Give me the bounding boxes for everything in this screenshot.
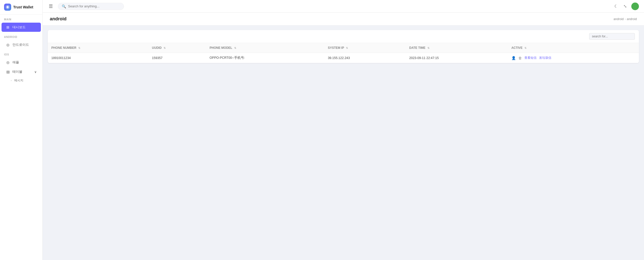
breadcrumb: android › android <box>614 17 637 21</box>
topbar: ☰ 🔍 ☾ ⤡ <box>43 0 644 13</box>
table-toolbar <box>48 30 639 43</box>
col-active[interactable]: ACTIVE ⇅ <box>508 43 639 53</box>
sort-icon-system-ip: ⇅ <box>346 47 348 49</box>
cell-phone-model: OPPO-PCRT00--手机号: <box>206 53 324 63</box>
sort-icon-phone-number: ⇅ <box>78 47 80 49</box>
cell-phone-number: 18910011234 <box>48 53 148 63</box>
cell-date-time: 2023-09-11 22:47:15 <box>406 53 508 63</box>
col-uudid-label: UUDID <box>152 46 162 50</box>
sidebar-item-label-android: 안드로이드 <box>12 42 29 47</box>
logo-icon <box>4 4 11 11</box>
sort-icon-uudid: ⇅ <box>164 47 166 49</box>
sort-icon-active: ⇅ <box>524 47 526 49</box>
sidebar-item-apples[interactable]: ◎ 애플 <box>2 58 41 67</box>
person-icon[interactable]: 👤 <box>511 56 516 60</box>
col-phone-model[interactable]: PHONE MODEL ⇅ <box>206 43 324 53</box>
col-phone-model-label: PHONE MODEL <box>210 46 232 50</box>
table-row: 18910011234 159357 OPPO-PCRT00--手机号: 39.… <box>48 53 639 63</box>
sort-icon-date-time: ⇅ <box>427 47 429 49</box>
sidebar-item-table[interactable]: ▤ 테이블 ∨ <box>2 67 41 76</box>
search-icon: 🔍 <box>62 4 66 8</box>
active-link-spam[interactable]: 发垃圾信 <box>539 56 551 60</box>
topbar-actions: ☾ ⤡ <box>613 3 639 10</box>
breadcrumb-item-2: android <box>627 17 637 21</box>
col-phone-number[interactable]: PHONE NUMBER ⇅ <box>48 43 148 53</box>
col-system-ip[interactable]: SYSTEM IP ⇅ <box>324 43 406 53</box>
search-input[interactable] <box>68 4 119 8</box>
breadcrumb-separator: › <box>625 17 626 21</box>
avatar[interactable] <box>631 3 639 10</box>
table-header-row: PHONE NUMBER ⇅ UUDID ⇅ PHONE MODEL ⇅ S <box>48 43 639 53</box>
sidebar-section-main: MAIN ⊞ 대시보드 <box>0 15 42 32</box>
sidebar-subitem-label-message: 메시지 <box>14 78 23 83</box>
page-header: android android › android <box>43 13 644 25</box>
sort-icon-phone-model: ⇅ <box>234 47 236 49</box>
page-body: PHONE NUMBER ⇅ UUDID ⇅ PHONE MODEL ⇅ S <box>43 25 644 260</box>
sidebar-section-android: ANDROID ◎ 안드로이드 <box>0 32 42 50</box>
sidebar-item-dashboard[interactable]: ⊞ 대시보드 <box>2 23 41 32</box>
sidebar: Trust Wallet MAIN ⊞ 대시보드 ANDROID ◎ 안드로이드… <box>0 0 43 260</box>
cell-active: 👤 🗑 查看短信 发垃圾信 <box>508 53 639 63</box>
cell-system-ip: 39.155.122.243 <box>324 53 406 63</box>
section-label-ios: IOS <box>0 50 42 57</box>
chevron-down-icon: ∨ <box>34 70 37 74</box>
sidebar-section-ios: IOS ◎ 애플 ▤ 테이블 ∨ 메시지 <box>0 50 42 84</box>
android-icon: ◎ <box>6 43 10 47</box>
sidebar-item-android[interactable]: ◎ 안드로이드 <box>2 40 41 49</box>
section-label-main: MAIN <box>0 15 42 22</box>
dark-mode-button[interactable]: ☾ <box>613 3 619 10</box>
table-card: PHONE NUMBER ⇅ UUDID ⇅ PHONE MODEL ⇅ S <box>48 30 639 63</box>
search-bar: 🔍 <box>58 3 124 10</box>
col-active-label: ACTIVE <box>511 46 523 50</box>
col-phone-number-label: PHONE NUMBER <box>51 46 76 50</box>
page-title: android <box>50 16 67 22</box>
col-system-ip-label: SYSTEM IP <box>328 46 344 50</box>
sidebar-item-label-table: 테이블 <box>12 69 22 74</box>
cell-uudid: 159357 <box>148 53 206 63</box>
table-search-input[interactable] <box>589 33 635 40</box>
app-name: Trust Wallet <box>13 5 33 9</box>
col-date-time[interactable]: DATE TIME ⇅ <box>406 43 508 53</box>
sidebar-subitem-message[interactable]: 메시지 <box>0 77 42 84</box>
sidebar-item-label-apples: 애플 <box>12 60 19 65</box>
col-date-time-label: DATE TIME <box>409 46 426 50</box>
hamburger-button[interactable]: ☰ <box>48 3 54 10</box>
sidebar-logo: Trust Wallet <box>0 0 42 15</box>
active-link-view[interactable]: 查看短信 <box>524 56 537 60</box>
table-icon: ▤ <box>6 70 10 74</box>
data-table: PHONE NUMBER ⇅ UUDID ⇅ PHONE MODEL ⇅ S <box>48 43 639 63</box>
trash-icon[interactable]: 🗑 <box>518 56 522 60</box>
apples-icon: ◎ <box>6 60 10 64</box>
breadcrumb-item-1: android <box>614 17 624 21</box>
main-content: ☰ 🔍 ☾ ⤡ android android › android <box>43 0 644 260</box>
col-uudid[interactable]: UUDID ⇅ <box>148 43 206 53</box>
dashboard-icon: ⊞ <box>6 25 10 29</box>
sidebar-item-label-dashboard: 대시보드 <box>12 25 26 30</box>
section-label-android: ANDROID <box>0 32 42 40</box>
fullscreen-button[interactable]: ⤡ <box>622 3 628 10</box>
